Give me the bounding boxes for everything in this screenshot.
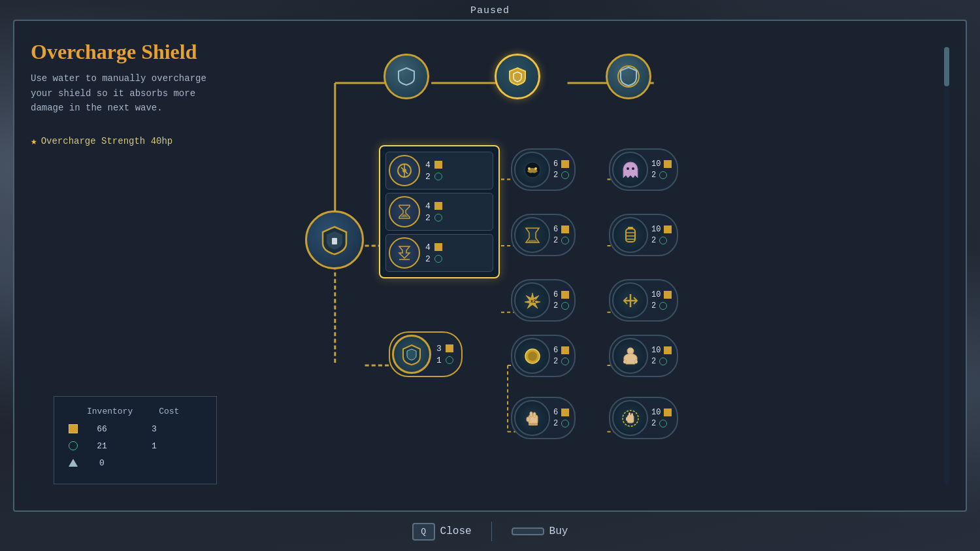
inv-square-inventory: 66 [89, 424, 115, 434]
node-t2-1b[interactable]: 6 2 [511, 214, 576, 256]
option-1c[interactable]: 4 2 [385, 234, 493, 272]
node-t2-1c[interactable]: x2 6 2 [511, 279, 576, 322]
node-t3-1a[interactable]: 10 2 [609, 148, 678, 191]
svg-point-27 [632, 167, 634, 170]
inv-triangle-cost [141, 458, 167, 468]
option-1b[interactable]: 4 2 [385, 193, 493, 231]
svg-point-24 [534, 167, 537, 170]
svg-point-23 [528, 167, 531, 170]
skill-stat-1: ★ Overcharge Strength 40hp [31, 135, 272, 148]
svg-rect-45 [629, 412, 630, 416]
node-t3-1b[interactable]: 10 2 [609, 214, 678, 256]
inv-col-cost: Cost [159, 407, 179, 416]
skill-tree: 4 2 [302, 34, 953, 497]
svg-point-36 [528, 352, 537, 361]
node-t2-2a[interactable]: 6 2 [511, 335, 576, 377]
main-shield-circle [305, 210, 364, 269]
svg-text:x2: x2 [531, 299, 536, 304]
button-divider [491, 522, 492, 541]
inv-circle-inventory: 21 [89, 441, 115, 451]
cost-1c-ci: 2 [425, 254, 442, 264]
node-shield-active[interactable]: 3 1 [389, 331, 463, 377]
skill-title: Overcharge Shield [31, 41, 272, 63]
circle-resource-icon [67, 440, 79, 452]
svg-rect-28 [626, 229, 635, 242]
svg-point-21 [402, 169, 406, 173]
square-resource-icon [67, 423, 79, 435]
buy-label: Buy [549, 526, 568, 537]
node-main-shield[interactable] [305, 210, 364, 269]
right-panel: 4 2 [289, 21, 966, 510]
inventory-box: Inventory Cost 66 3 21 [54, 396, 217, 484]
node-t3-2a[interactable]: 10 2 [609, 335, 678, 377]
star-icon: ★ [31, 135, 37, 148]
bottom-bar: Q Close Buy [0, 512, 980, 551]
inv-row-circle-values: 21 1 [89, 441, 167, 451]
close-button[interactable]: Q Close [412, 523, 472, 541]
shield-tier1-circle [384, 54, 429, 99]
node-shield-tier3[interactable] [606, 54, 651, 99]
inv-col-inventory: Inventory [87, 407, 133, 416]
cost-1b-ci: 2 [425, 213, 442, 223]
cost-1a-ci: 2 [425, 172, 442, 182]
inv-row-square-values: 66 3 [89, 424, 167, 434]
inv-row-square: 66 3 [67, 423, 203, 435]
svg-rect-32 [628, 227, 633, 229]
node-t3-1c[interactable]: 10 2 [609, 279, 678, 322]
node-shield-tier1[interactable] [384, 54, 429, 99]
paused-label: Paused [470, 5, 510, 16]
inv-square-cost: 3 [141, 424, 167, 434]
svg-rect-40 [533, 412, 536, 418]
inv-triangle-inventory: 0 [89, 458, 115, 468]
node-t3-2b[interactable]: 10 2 [609, 397, 678, 439]
buy-button[interactable]: Buy [512, 526, 568, 537]
scrollbar[interactable] [944, 47, 949, 484]
close-label: Close [440, 526, 472, 537]
cost-1b-sq: 4 [425, 201, 442, 211]
shield-tier2-circle [495, 54, 540, 99]
svg-rect-19 [332, 238, 337, 244]
svg-rect-47 [626, 417, 629, 421]
inv-row-triangle-values: 0 [89, 458, 167, 468]
stat-label: Overcharge Strength 40hp [41, 136, 173, 146]
cost-1c-sq: 4 [425, 242, 442, 252]
inv-row-triangle: 0 [67, 457, 203, 469]
inventory-header: Inventory Cost [67, 407, 203, 416]
shield-tier3-circle [606, 54, 651, 99]
inv-row-circle: 21 1 [67, 440, 203, 452]
svg-rect-41 [527, 417, 530, 422]
buy-key [512, 527, 544, 535]
node-t2-1a[interactable]: 6 2 [511, 148, 576, 191]
selection-box[interactable]: 4 2 [379, 145, 500, 278]
svg-rect-39 [530, 412, 532, 417]
main-panel: Overcharge Shield Use water to manually … [13, 20, 967, 512]
svg-rect-42 [529, 423, 538, 426]
option-1a[interactable]: 4 2 [385, 152, 493, 190]
cost-1a-sq: 4 [425, 160, 442, 170]
close-key: Q [412, 523, 435, 541]
scrollbar-thumb[interactable] [944, 47, 949, 86]
svg-rect-46 [631, 413, 633, 417]
left-panel: Overcharge Shield Use water to manually … [14, 21, 289, 510]
node-shield-tier2[interactable] [495, 54, 540, 99]
svg-point-26 [627, 167, 629, 170]
node-t2-2b[interactable]: 6 2 [511, 397, 576, 439]
triangle-resource-icon [67, 457, 79, 469]
skill-description: Use water to manually overcharge your sh… [31, 71, 214, 115]
inv-circle-cost: 1 [141, 441, 167, 451]
